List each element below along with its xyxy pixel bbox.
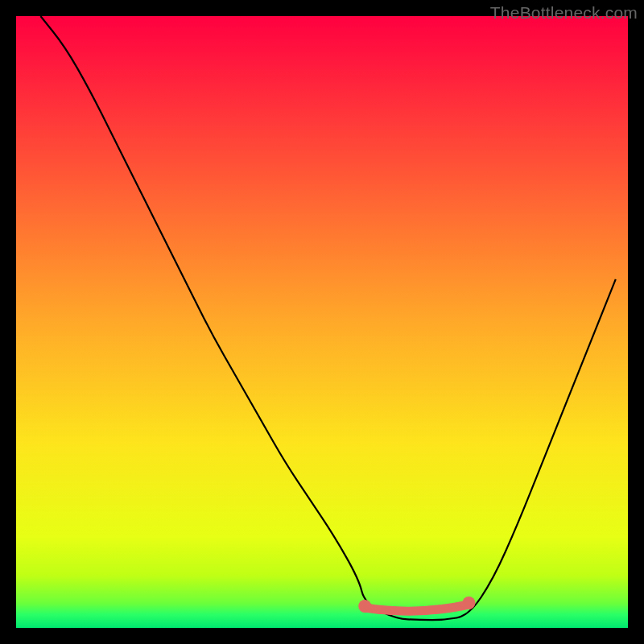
svg-point-2 bbox=[462, 597, 475, 609]
plot-area bbox=[16, 16, 628, 628]
highlight-marker bbox=[16, 16, 628, 628]
svg-point-1 bbox=[358, 600, 371, 613]
watermark-text: TheBottleneck.com bbox=[490, 3, 638, 23]
chart-container: TheBottleneck.com bbox=[0, 0, 644, 644]
